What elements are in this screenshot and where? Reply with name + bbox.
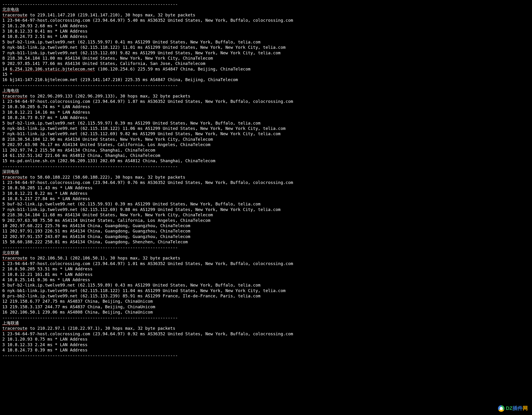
section-title: 深圳电信 xyxy=(2,169,530,174)
hop-line: 9 202.97.63.98 75.50 ms AS4134 United St… xyxy=(2,218,530,223)
hop-line: 16 bj141-147-210.bjtelecom.net (219.141.… xyxy=(2,77,530,82)
hop-line: 10 202.97.68.221 225.76 ms AS4134 China,… xyxy=(2,223,530,228)
hop-line: 4 10.8.5.217 27.84 ms * LAN Address xyxy=(2,196,530,201)
section-title: 上海电信 xyxy=(2,88,530,93)
hop-line: 3 10.8.12.33 0.41 ms * LAN Address xyxy=(2,28,530,34)
divider: ----------------------------------------… xyxy=(2,245,530,250)
hop-line: 15 ns-pd.online.sh.cn (202.96.209.133) 2… xyxy=(2,158,530,163)
hop-line: 11 202.97.91.193 226.51 ms AS4134 China,… xyxy=(2,228,530,234)
divider: ----------------------------------------… xyxy=(2,353,530,358)
watermark-text-cj: 插件 xyxy=(513,405,523,411)
hop-line: 5 buf-b2-link.ip.twelve99.net (62.115.59… xyxy=(2,201,530,207)
section-title: 上海联通 xyxy=(2,320,530,326)
hop-line: 2 10.1.20.93 2.68 ms * LAN Address xyxy=(2,23,530,28)
hop-line: 2 10.8.50.205 6.74 ms * LAN Address xyxy=(2,104,530,109)
hop-line: 4 10.8.25.141 0.36 ms * LAN Address xyxy=(2,277,530,282)
hop-line: 7 nyk-b11-link.ip.twelve99.net (62.115.1… xyxy=(2,50,530,55)
hop-line: 13 219.158.3.137 244.77 ms AS4837 China,… xyxy=(2,304,530,309)
hop-line: 8 218.30.54.104 11.68 ms AS4134 United S… xyxy=(2,212,530,217)
terminal-output[interactable]: ----------------------------------------… xyxy=(0,0,532,358)
watermark-text-w: 网 xyxy=(523,405,528,411)
hop-line: 9 202.97.85.141 77.66 ms AS4134 United S… xyxy=(2,61,530,66)
hop-line: 14 61.152.51.142 221.66 ms AS4812 China,… xyxy=(2,153,530,158)
hop-line: 6 nyk-bb1-link.ip.twelve99.net (62.115.1… xyxy=(2,288,530,293)
hop-line: 11 202.97.74.2 215.58 ms AS4134 China, S… xyxy=(2,148,530,153)
traceroute-header: traceroute to 219.141.147.210 (219.141.1… xyxy=(2,12,530,18)
traceroute-header: traceroute to 58.60.188.222 (58.60.188.2… xyxy=(2,175,530,180)
hop-line: 15 * xyxy=(2,72,530,77)
hop-line: 16 202.106.50.1 239.06 ms AS4808 China, … xyxy=(2,309,530,315)
divider: ----------------------------------------… xyxy=(2,83,530,88)
hop-line: 1 23-94-64-97-host.colocrossing.com (23.… xyxy=(2,99,530,104)
hop-line: 5 buf-b2-link.ip.twelve99.net (62.115.59… xyxy=(2,120,530,126)
hop-line: 4 10.8.24.73 0.39 ms * LAN Address xyxy=(2,347,530,353)
hop-line: 5 buf-b2-link.ip.twelve99.net (62.115.59… xyxy=(2,39,530,45)
hop-line: 14 6.254.120.106.static.bjtelecom.net (1… xyxy=(2,66,530,72)
hop-line: 7 nyk-b11-link.ip.twelve99.net (62.115.1… xyxy=(2,131,530,136)
traceroute-header: traceroute to 202.106.50.1 (202.106.50.1… xyxy=(2,255,530,261)
watermark: DZ插件网 xyxy=(498,405,528,412)
traceroute-header: traceroute to 202.96.209.133 (202.96.209… xyxy=(2,93,530,99)
hop-line: 5 buf-b2-link.ip.twelve99.net (62.115.59… xyxy=(2,282,530,288)
hop-line: 8 218.30.54.104 11.00 ms AS4134 United S… xyxy=(2,55,530,61)
hop-line: 1 23-94-64-97-host.colocrossing.com (23.… xyxy=(2,18,530,23)
hop-line: 1 23-94-64-97-host.colocrossing.com (23.… xyxy=(2,180,530,185)
hop-line: 6 nyk-bb1-link.ip.twelve99.net (62.115.1… xyxy=(2,126,530,131)
hop-line: 12 219.158.6.77 247.75 ms AS4837 China, … xyxy=(2,299,530,304)
divider: ----------------------------------------… xyxy=(2,1,530,7)
watermark-logo-icon xyxy=(498,405,504,412)
hop-line: 9 202.97.63.98 76.17 ms AS4134 United St… xyxy=(2,142,530,147)
hop-line: 8 prs-bb2-link.ip.twelve99.net (62.115.1… xyxy=(2,293,530,299)
hop-line: 4 10.8.24.73 0.57 ms * LAN Address xyxy=(2,115,530,120)
hop-line: 12 202.97.91.157 243.07 ms AS4134 China,… xyxy=(2,234,530,239)
hop-line: 1 23-94-64-97-host.colocrossing.com (23.… xyxy=(2,331,530,336)
section-title: 北京联通 xyxy=(2,250,530,255)
hop-line: 6 nyk-bb1-link.ip.twelve99.net (62.115.1… xyxy=(2,45,530,50)
hop-line: 2 10.8.50.205 53.51 ms * LAN Address xyxy=(2,266,530,271)
hop-line: 3 10.8.12.33 2.24 ms * LAN Address xyxy=(2,342,530,347)
hop-line: 7 nyk-b11-link.ip.twelve99.net (62.115.1… xyxy=(2,207,530,212)
watermark-text-dz: DZ xyxy=(506,405,513,411)
hop-line: 1 23-94-64-97-host.colocrossing.com (23.… xyxy=(2,261,530,266)
traceroute-header: traceroute to 210.22.97.1 (210.22.97.1),… xyxy=(2,326,530,331)
divider: ----------------------------------------… xyxy=(2,315,530,320)
hop-line: 3 10.8.12.21 14.16 ms * LAN Address xyxy=(2,110,530,115)
hop-line: 15 58.60.188.222 258.81 ms AS4134 China,… xyxy=(2,239,530,244)
hop-line: 2 10.1.20.93 0.75 ms * LAN Address xyxy=(2,336,530,342)
hop-line: 3 10.8.12.21 161.81 ms * LAN Address xyxy=(2,272,530,277)
divider: ----------------------------------------… xyxy=(2,164,530,169)
hop-line: 8 218.30.54.104 12.96 ms AS4134 United S… xyxy=(2,137,530,142)
hop-line: 2 10.8.50.205 11.43 ms * LAN Address xyxy=(2,185,530,190)
section-title: 北京电信 xyxy=(2,7,530,12)
hop-line: 4 10.8.24.73 2.51 ms * LAN Address xyxy=(2,34,530,39)
hop-line: 3 10.8.12.21 0.22 ms * LAN Address xyxy=(2,191,530,196)
